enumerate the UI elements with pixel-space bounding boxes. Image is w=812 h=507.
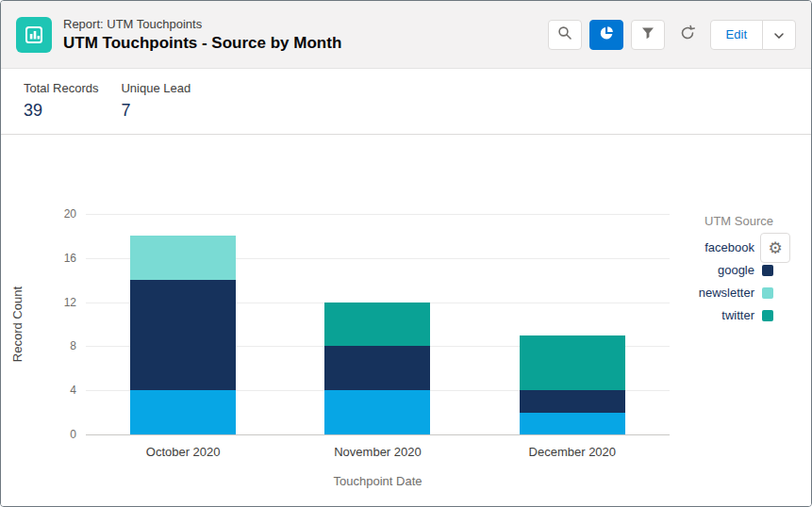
gridline (86, 434, 670, 435)
x-category-label: December 2020 (475, 445, 670, 459)
chart-settings-button[interactable]: ⚙ (760, 233, 790, 263)
x-category-labels: October 2020November 2020December 2020 (86, 445, 670, 459)
stacked-bar[interactable] (130, 214, 236, 434)
chart-panel: ⚙ Record Count 048121620 UTM Source face… (1, 214, 811, 507)
y-tick-label: 0 (70, 428, 76, 441)
bar-segment-google[interactable] (324, 346, 430, 390)
stacked-bar[interactable] (520, 214, 625, 434)
x-axis-title: Touchpoint Date (86, 474, 670, 488)
stacked-bar-chart: Record Count 048121620 UTM Source facebo… (1, 214, 811, 488)
y-axis-title: Record Count (10, 286, 25, 362)
metric-label: Unique Lead (121, 81, 191, 95)
y-tick-label: 16 (64, 252, 76, 265)
bar-slot (86, 214, 280, 434)
bar-segment-twitter[interactable] (520, 335, 625, 391)
metric-value: 39 (24, 101, 98, 121)
edit-menu-button[interactable] (762, 20, 796, 50)
report-header: Report: UTM Touchpoints UTM Touchpoints … (1, 1, 811, 69)
refresh-icon (679, 25, 696, 44)
metric-unique-lead: Unique Lead 7 (121, 81, 191, 121)
x-category-label: October 2020 (86, 445, 280, 459)
bar-slot (280, 214, 474, 434)
bar-segment-twitter[interactable] (324, 303, 430, 347)
gear-icon: ⚙ (768, 240, 782, 256)
legend-swatch (762, 310, 773, 321)
search-button[interactable] (548, 20, 582, 50)
metric-total-records: Total Records 39 (24, 81, 98, 121)
legend-item-newsletter[interactable]: newsletter (670, 286, 773, 300)
legend-items: facebookgooglenewslettertwitter (670, 240, 773, 322)
bar-segment-facebook[interactable] (520, 413, 625, 434)
legend-title: UTM Source (670, 214, 773, 228)
toolbar: Edit (548, 20, 796, 50)
report-chart-glyph (24, 25, 44, 45)
bar-segment-newsletter[interactable] (130, 236, 236, 280)
legend-label: newsletter (699, 286, 754, 300)
x-category-label: November 2020 (280, 445, 474, 459)
edit-button-group: Edit (710, 20, 796, 50)
bar-segment-google[interactable] (520, 390, 625, 412)
legend-label: facebook (704, 240, 754, 254)
bar-segment-facebook[interactable] (130, 390, 236, 434)
chart-toggle-button[interactable] (589, 20, 623, 50)
report-icon (16, 17, 52, 53)
page-title: UTM Touchpoints - Source by Month (63, 34, 341, 53)
report-type-label: Report: UTM Touchpoints (63, 17, 341, 31)
chevron-down-icon (774, 27, 784, 41)
y-tick-label: 12 (64, 296, 76, 309)
legend-item-twitter[interactable]: twitter (670, 308, 773, 322)
legend-label: twitter (721, 308, 754, 322)
pie-chart-icon (599, 25, 614, 43)
metric-value: 7 (121, 101, 191, 121)
refresh-button[interactable] (672, 20, 703, 50)
edit-button[interactable]: Edit (710, 20, 763, 50)
y-tick-label: 4 (70, 384, 76, 397)
metrics-bar: Total Records 39 Unique Lead 7 (1, 69, 811, 135)
y-tick-label: 20 (64, 207, 76, 221)
y-tick-label: 8 (70, 339, 76, 352)
legend-item-facebook[interactable]: facebook (670, 240, 773, 254)
plot-area (86, 214, 670, 434)
y-tick-labels: 048121620 (33, 214, 86, 434)
bar-segment-google[interactable] (130, 280, 236, 390)
metric-label: Total Records (24, 81, 98, 95)
search-icon (557, 25, 572, 43)
bar-segment-facebook[interactable] (324, 390, 430, 434)
legend-swatch (762, 265, 773, 276)
legend-item-google[interactable]: google (670, 263, 773, 277)
bars-row (86, 214, 670, 434)
filter-button[interactable] (631, 20, 665, 50)
legend-swatch (762, 287, 773, 299)
legend-label: google (718, 263, 754, 277)
stacked-bar[interactable] (324, 214, 430, 434)
funnel-icon (640, 25, 655, 43)
bar-slot (475, 214, 670, 434)
